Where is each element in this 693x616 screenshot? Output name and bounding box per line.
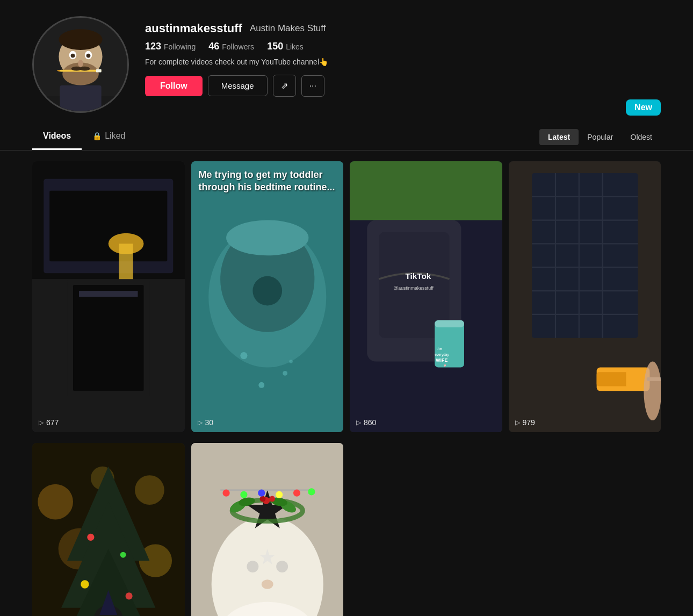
tab-liked[interactable]: 🔒 Liked bbox=[82, 124, 136, 150]
video-grid-row2: ▷ 133 bbox=[0, 443, 693, 616]
follow-button[interactable]: Follow bbox=[145, 76, 203, 96]
display-name: Austin Makes Stuff bbox=[250, 23, 326, 34]
followers-stat: 46 Followers bbox=[208, 41, 254, 52]
more-button[interactable]: ··· bbox=[301, 75, 324, 97]
view-count-1: 677 bbox=[46, 418, 59, 427]
following-stat: 123 Following bbox=[145, 41, 196, 52]
sort-popular-button[interactable]: Popular bbox=[579, 129, 622, 145]
svg-point-105 bbox=[247, 561, 258, 572]
svg-text:TikTok: TikTok bbox=[405, 271, 431, 281]
svg-point-100 bbox=[240, 491, 247, 498]
svg-text:♥: ♥ bbox=[444, 363, 446, 368]
svg-point-65 bbox=[38, 484, 73, 520]
svg-point-101 bbox=[258, 490, 265, 497]
video-card-4[interactable]: ▷ 979 bbox=[509, 161, 661, 432]
video-card-3[interactable]: TikTok @austinmakesstuff the everyday WI… bbox=[350, 161, 502, 432]
share-button[interactable]: ⇗ bbox=[273, 75, 296, 97]
stats-row: 123 Following 46 Followers 150 Likes bbox=[145, 41, 661, 52]
svg-point-30 bbox=[226, 220, 308, 256]
likes-count: 150 bbox=[267, 41, 283, 52]
svg-rect-11 bbox=[96, 69, 102, 73]
profile-info: austinmakesstuff Austin Makes Stuff 123 … bbox=[145, 16, 661, 97]
svg-point-7 bbox=[71, 54, 75, 58]
svg-text:WIFE: WIFE bbox=[436, 357, 447, 363]
video-overlay-2: Me trying to get my toddler through his … bbox=[199, 169, 336, 194]
followers-count: 46 bbox=[208, 41, 219, 52]
svg-text:@austinmakesstuff: @austinmakesstuff bbox=[393, 285, 434, 291]
svg-point-9 bbox=[78, 60, 83, 67]
svg-point-74 bbox=[87, 534, 94, 541]
svg-rect-49 bbox=[532, 173, 638, 338]
svg-rect-16 bbox=[60, 85, 101, 111]
svg-rect-10 bbox=[60, 70, 101, 72]
actions-row: Follow Message ⇗ ··· bbox=[145, 75, 661, 97]
followers-label: Followers bbox=[222, 42, 254, 51]
video-card-2[interactable]: Me trying to get my toddler through his … bbox=[191, 161, 344, 432]
share-icon: ⇗ bbox=[281, 81, 288, 91]
message-button[interactable]: Message bbox=[208, 75, 268, 96]
svg-point-31 bbox=[240, 352, 247, 359]
tab-videos-label: Videos bbox=[43, 131, 71, 141]
svg-point-3 bbox=[59, 29, 102, 50]
play-icon-1: ▷ bbox=[39, 419, 44, 426]
svg-point-34 bbox=[289, 360, 293, 363]
tabs-row: Videos 🔒 Liked Latest Popular Oldest bbox=[0, 124, 693, 151]
svg-point-33 bbox=[258, 382, 264, 388]
svg-rect-42 bbox=[435, 320, 464, 327]
empty-col-3 bbox=[350, 443, 502, 616]
svg-point-66 bbox=[135, 475, 164, 505]
sort-latest-button[interactable]: Latest bbox=[539, 129, 579, 145]
svg-point-63 bbox=[644, 362, 661, 421]
svg-point-106 bbox=[276, 561, 288, 572]
svg-point-76 bbox=[81, 580, 89, 588]
video-views-3: ▷ 860 bbox=[356, 418, 376, 427]
bio: For complete videos check out my YouTube… bbox=[145, 58, 661, 66]
tab-liked-label: Liked bbox=[105, 131, 125, 141]
svg-point-102 bbox=[276, 491, 283, 498]
view-count-4: 979 bbox=[523, 418, 535, 427]
svg-point-103 bbox=[293, 490, 300, 497]
sort-row: Latest Popular Oldest bbox=[539, 129, 661, 145]
svg-rect-36 bbox=[350, 161, 502, 220]
likes-label: Likes bbox=[286, 42, 304, 51]
svg-point-77 bbox=[126, 592, 133, 599]
svg-rect-25 bbox=[79, 291, 138, 297]
profile-header: austinmakesstuff Austin Makes Stuff 123 … bbox=[0, 0, 693, 124]
svg-point-104 bbox=[308, 488, 315, 495]
view-count-3: 860 bbox=[364, 418, 376, 427]
svg-point-99 bbox=[222, 490, 229, 497]
username-row: austinmakesstuff Austin Makes Stuff bbox=[145, 22, 661, 35]
video-grid-row1: ▷ 677 Me trying to get my toddle bbox=[0, 151, 693, 443]
avatar bbox=[32, 16, 129, 113]
empty-col-4 bbox=[509, 443, 661, 616]
svg-text:everyday: everyday bbox=[435, 353, 449, 357]
svg-point-14 bbox=[80, 67, 90, 71]
svg-point-75 bbox=[120, 552, 126, 558]
lock-icon: 🔒 bbox=[92, 132, 102, 140]
new-badge[interactable]: New bbox=[626, 99, 661, 116]
svg-text:the: the bbox=[436, 346, 442, 351]
video-views-4: ▷ 979 bbox=[515, 418, 535, 427]
tab-videos[interactable]: Videos bbox=[32, 124, 82, 150]
following-label: Following bbox=[164, 42, 196, 51]
video-views-2: ▷ 30 bbox=[198, 418, 214, 427]
svg-point-29 bbox=[252, 276, 282, 306]
following-count: 123 bbox=[145, 41, 161, 52]
svg-rect-20 bbox=[49, 191, 167, 261]
play-icon-3: ▷ bbox=[356, 419, 361, 426]
username: austinmakesstuff bbox=[145, 22, 242, 35]
svg-rect-24 bbox=[73, 285, 143, 391]
svg-point-32 bbox=[283, 371, 287, 376]
video-card-5[interactable]: ▷ 133 bbox=[32, 443, 185, 616]
svg-point-107 bbox=[261, 579, 273, 589]
svg-point-96 bbox=[269, 496, 275, 502]
likes-stat: 150 Likes bbox=[267, 41, 304, 52]
video-card-6[interactable]: ▷ 347 bbox=[191, 443, 344, 616]
svg-point-8 bbox=[86, 54, 91, 58]
view-count-2: 30 bbox=[205, 418, 214, 427]
sort-oldest-button[interactable]: Oldest bbox=[622, 129, 661, 145]
video-views-1: ▷ 677 bbox=[39, 418, 59, 427]
play-icon-2: ▷ bbox=[198, 419, 203, 426]
video-card-1[interactable]: ▷ 677 bbox=[32, 161, 185, 432]
play-icon-4: ▷ bbox=[515, 419, 520, 426]
